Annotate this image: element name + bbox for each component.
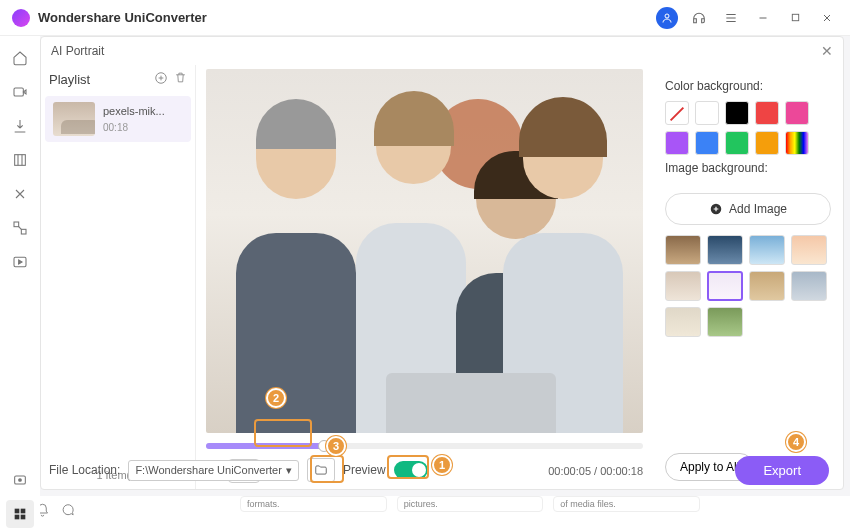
bg-thumb[interactable] xyxy=(665,235,701,265)
delete-playlist-icon[interactable] xyxy=(174,71,187,88)
hamburger-menu-icon[interactable] xyxy=(720,7,742,29)
svg-point-8 xyxy=(19,479,22,482)
svg-rect-1 xyxy=(792,14,798,20)
bg-thumb[interactable] xyxy=(707,307,743,337)
titlebar: Wondershare UniConverter xyxy=(0,0,850,36)
image-bg-label: Image background: xyxy=(665,161,831,175)
svg-rect-11 xyxy=(15,515,20,520)
svg-rect-12 xyxy=(21,515,26,520)
close-modal-icon[interactable]: ✕ xyxy=(821,43,833,59)
color-swatch[interactable] xyxy=(785,101,809,125)
callout-1: 1 xyxy=(432,455,452,475)
color-bg-label: Color background: xyxy=(665,79,831,93)
color-swatch[interactable] xyxy=(755,101,779,125)
left-sidebar xyxy=(0,36,40,528)
download-icon[interactable] xyxy=(6,112,34,140)
seek-bar[interactable] xyxy=(206,443,643,449)
file-location-select[interactable]: F:\Wondershare UniConverter ▾ xyxy=(128,460,299,481)
playlist-item[interactable]: pexels-mik... 00:18 xyxy=(45,96,191,142)
export-button[interactable]: Export xyxy=(735,456,829,485)
playlist-item-duration: 00:18 xyxy=(103,121,183,134)
playlist-panel: Playlist pexels-mik... 00:18 xyxy=(41,65,196,489)
close-window-button[interactable] xyxy=(816,7,838,29)
chevron-down-icon: ▾ xyxy=(286,464,292,477)
merge-icon[interactable] xyxy=(6,214,34,242)
add-to-playlist-icon[interactable] xyxy=(154,71,168,88)
color-swatch[interactable] xyxy=(755,131,779,155)
file-location-value: F:\Wondershare UniConverter xyxy=(135,464,282,476)
video-preview[interactable] xyxy=(206,69,643,433)
bg-thumbs xyxy=(665,235,831,337)
record-icon[interactable] xyxy=(6,466,34,494)
add-image-button[interactable]: Add Image xyxy=(665,193,831,225)
bg-thumb[interactable] xyxy=(791,271,827,301)
playlist-item-name: pexels-mik... xyxy=(103,104,183,118)
svg-rect-2 xyxy=(14,88,23,96)
color-swatch[interactable] xyxy=(725,101,749,125)
player-icon[interactable] xyxy=(6,248,34,276)
callout-2: 2 xyxy=(266,388,286,408)
app-title: Wondershare UniConverter xyxy=(38,10,656,25)
bg-thumb[interactable] xyxy=(749,271,785,301)
svg-rect-3 xyxy=(15,155,26,166)
file-location-label: File Location: xyxy=(49,463,120,477)
callout-3: 3 xyxy=(326,436,346,456)
svg-rect-5 xyxy=(21,229,26,234)
add-image-label: Add Image xyxy=(729,202,787,216)
svg-rect-4 xyxy=(14,222,19,227)
svg-point-0 xyxy=(665,14,669,18)
bg-thumb[interactable] xyxy=(707,271,743,301)
modal-title: AI Portrait xyxy=(51,44,104,58)
home-icon[interactable] xyxy=(6,44,34,72)
compress-icon[interactable] xyxy=(6,146,34,174)
preview-viewer: ◀| |▶ 00:00:05 / 00:00:18 xyxy=(196,65,653,489)
color-swatches xyxy=(665,101,831,155)
callout-4: 4 xyxy=(786,432,806,452)
minimize-button[interactable] xyxy=(752,7,774,29)
background-options-panel: Color background: Image background: Add … xyxy=(653,65,843,489)
color-swatch[interactable] xyxy=(785,131,809,155)
support-icon[interactable] xyxy=(688,7,710,29)
preview-toggle[interactable] xyxy=(394,461,428,479)
preview-label: Preview xyxy=(343,463,386,477)
playlist-title: Playlist xyxy=(49,72,90,87)
maximize-button[interactable] xyxy=(784,7,806,29)
bg-thumb[interactable] xyxy=(665,307,701,337)
app-logo-icon xyxy=(12,9,30,27)
color-swatch[interactable] xyxy=(695,101,719,125)
bg-thumb[interactable] xyxy=(665,271,701,301)
user-account-icon[interactable] xyxy=(656,7,678,29)
bg-thumb[interactable] xyxy=(749,235,785,265)
color-swatch[interactable] xyxy=(665,131,689,155)
bg-thumb[interactable] xyxy=(707,235,743,265)
svg-rect-9 xyxy=(15,509,20,514)
bg-thumb[interactable] xyxy=(791,235,827,265)
playlist-thumb-icon xyxy=(53,102,95,136)
color-swatch[interactable] xyxy=(725,131,749,155)
svg-rect-10 xyxy=(21,509,26,514)
video-convert-icon[interactable] xyxy=(6,78,34,106)
toolbox-grid-icon[interactable] xyxy=(6,500,34,528)
open-folder-button[interactable] xyxy=(307,458,335,482)
edit-icon[interactable] xyxy=(6,180,34,208)
color-swatch[interactable] xyxy=(695,131,719,155)
color-swatch[interactable] xyxy=(665,101,689,125)
ai-portrait-modal: AI Portrait ✕ Playlist pexel xyxy=(40,36,844,490)
